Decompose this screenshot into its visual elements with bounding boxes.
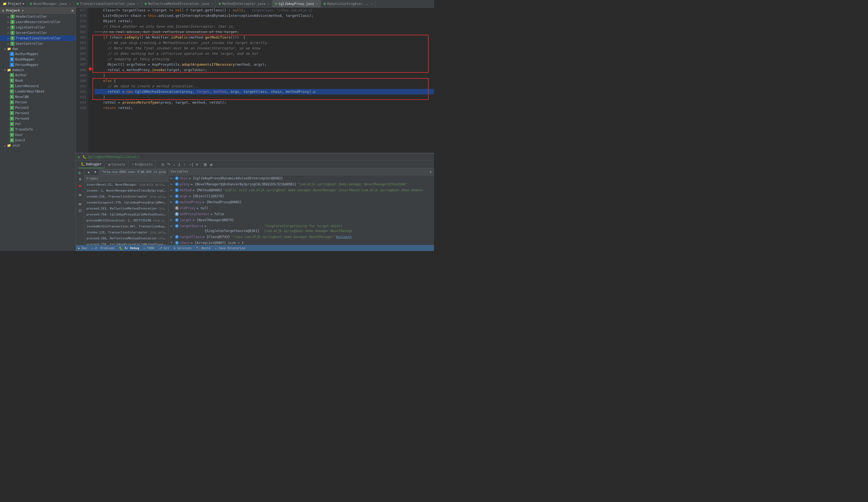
status-services[interactable]: ⚙ Services bbox=[174, 246, 192, 250]
sidebar-item-novel-bo[interactable]: C NovelBO bbox=[0, 94, 76, 100]
var-item-setproxycontext[interactable]: ▶ b setProxyContext = false bbox=[168, 211, 434, 217]
variables-view-btn[interactable]: ≣ bbox=[209, 162, 214, 167]
var-item-targetsource[interactable]: ▶ o targetSource = {SingletonTargetSourc… bbox=[168, 223, 434, 234]
project-label[interactable]: 📁 Project ▼ bbox=[0, 0, 27, 7]
tab-debugger[interactable]: 🐛 Debugger bbox=[78, 160, 105, 168]
status-problems[interactable]: ⚠ 2: Problems bbox=[91, 246, 115, 250]
frame-item-10[interactable]: proceed:186, ReflectiveMethodInvocation … bbox=[84, 236, 168, 242]
status-todo[interactable]: ☑ TODO bbox=[144, 246, 154, 250]
mute-breakpoints-btn[interactable]: ⊗ bbox=[77, 192, 83, 198]
close-icon5[interactable]: ✕ bbox=[316, 2, 318, 5]
var-item-chain[interactable]: ▼ o chain = {ArrayList@9007} size = 1 bbox=[168, 240, 434, 245]
sidebar-item-dao[interactable]: ▼ 📁 dao bbox=[0, 47, 76, 51]
variables-header: Variables + bbox=[168, 168, 434, 175]
step-out-btn[interactable]: ↑ bbox=[183, 162, 187, 167]
sidebar-item-login-controller[interactable]: ▶ C LoginController bbox=[0, 25, 76, 30]
step-into-btn[interactable]: ↓ bbox=[172, 162, 176, 167]
status-git[interactable]: ⎇ Git bbox=[159, 246, 169, 250]
sidebar-item-server-controller[interactable]: ▶ C ServerController bbox=[0, 30, 76, 35]
settings-btn[interactable]: ⚙ bbox=[77, 201, 83, 207]
force-step-into-btn[interactable]: ⇓ bbox=[177, 162, 182, 167]
add-watch-btn[interactable]: + bbox=[430, 170, 432, 174]
var-item-targetclass[interactable]: ▶ o targetClass = {Class@5743} "class co… bbox=[168, 234, 434, 240]
tab-cglib-aop[interactable]: CglibAopProxy.java ✕ bbox=[272, 0, 321, 7]
frame-item-7[interactable]: proceedWithInvocation:-1, 2077735298 (or… bbox=[84, 218, 168, 224]
resume-btn[interactable]: ▶ bbox=[77, 170, 83, 176]
code-lines[interactable]: Class<?> targetClass = (target != null ?… bbox=[93, 8, 434, 153]
var-item-oldproxy[interactable]: ▶ n oldProxy = null bbox=[168, 205, 434, 211]
sidebar-item-transactional-controller[interactable]: ▶ C TransactionalController bbox=[0, 35, 76, 41]
frame-item-8[interactable]: invokeWithinTransaction:367, Transaction… bbox=[84, 224, 168, 229]
up-frame-btn[interactable]: ▲ bbox=[86, 170, 91, 174]
stop-btn[interactable]: ■ bbox=[77, 183, 83, 188]
step-over-btn[interactable]: ↷ bbox=[166, 162, 172, 167]
sidebar-item-loader-heartbeat[interactable]: C LoaderHeartBeat bbox=[0, 89, 76, 94]
sidebar-item-person2[interactable]: C Person2 bbox=[0, 105, 76, 111]
status-java-enterprise[interactable]: ☕ Java Enterprise bbox=[215, 246, 246, 250]
sidebar-item-person3[interactable]: C Person3 bbox=[0, 111, 76, 116]
status-build[interactable]: 🔨 Build bbox=[196, 246, 210, 250]
sidebar-item-learn-resource[interactable]: C LearnResouce bbox=[0, 83, 76, 89]
frames-list[interactable]: insertNovel:31, NovelManager (com.mljk.s… bbox=[84, 182, 168, 245]
sidebar-item-learn-resource-controller[interactable]: ▶ C LearnResourceController bbox=[0, 19, 76, 25]
var-item-method[interactable]: ▶ o method = {Method@8986} "public void … bbox=[168, 187, 434, 193]
frames-view-btn[interactable]: ⊞ bbox=[203, 162, 208, 167]
pause-btn[interactable]: ⏸ bbox=[77, 176, 83, 182]
sidebar-item-person[interactable]: C Person bbox=[0, 100, 76, 105]
frame-item-6[interactable]: proceed:750, CglibAopProxy$CglibMethodIn… bbox=[84, 212, 168, 218]
show-execution-point-btn[interactable]: ⊙ bbox=[160, 162, 165, 167]
sidebar-item-person-mapper[interactable]: I PersonMapper bbox=[0, 62, 76, 68]
sidebar-item-user-controller[interactable]: ▶ C UserController bbox=[0, 41, 76, 47]
sidebar-item-domain[interactable]: ▼ 📁 domain bbox=[0, 68, 76, 72]
frame-item-4[interactable]: invokeJoinpoint:779, CglibAopProxy$Cglib… bbox=[84, 200, 168, 206]
sidebar-item-user2[interactable]: C User2 bbox=[0, 137, 76, 143]
close-session-icon[interactable]: ✕ bbox=[138, 155, 140, 158]
frame-item-1[interactable]: insertNovel:31, NovelManager (com.mljk.s… bbox=[84, 182, 168, 188]
variables-list[interactable]: ▶ o this = {CglibAopProxy$DynamicAdvised… bbox=[168, 175, 434, 245]
frames-dropdown[interactable]: "http-nio-8081-exec-9"@6,842 in group "m… bbox=[99, 169, 167, 174]
navigate-link[interactable]: Navigate bbox=[336, 234, 352, 239]
close-icon6[interactable]: ✕ bbox=[371, 2, 372, 5]
status-run[interactable]: ▶ Run bbox=[78, 246, 87, 250]
sidebar-item-trace-info[interactable]: C TraceInfo bbox=[0, 127, 76, 132]
evaluate-btn[interactable]: ≡ bbox=[195, 162, 199, 167]
status-debug[interactable]: 🐛 5: Debug bbox=[119, 246, 139, 250]
tab-endpoints[interactable]: ⚡ Endpoints bbox=[130, 160, 156, 168]
frame-item-11[interactable]: proceed:750, CglibAopProxy$CglibMethodIn… bbox=[84, 242, 168, 245]
var-item-args[interactable]: ▶ o args = {Object[1]@9278} bbox=[168, 193, 434, 199]
frame-item-3[interactable]: invoke:218, TransactionInterceptor (org.… bbox=[84, 194, 168, 200]
tab-reflective-method[interactable]: ReflectiveMethodInvocation.java ✕ bbox=[142, 0, 216, 7]
tab-console[interactable]: ▤ Console bbox=[106, 160, 128, 168]
sidebar-item-header-controller[interactable]: ▶ C HeaderController bbox=[0, 14, 76, 19]
var-item-proxy[interactable]: ▶ o proxy = {NovelManager$$EnhancerBySpr… bbox=[168, 181, 434, 187]
sidebar-item-author[interactable]: C Author bbox=[0, 72, 76, 78]
sidebar-item-book[interactable]: C Book bbox=[0, 78, 76, 83]
down-frame-btn[interactable]: ▼ bbox=[93, 170, 98, 174]
sidebar-item-pet[interactable]: C Pet bbox=[0, 121, 76, 127]
gear-icon[interactable]: ⚙ bbox=[72, 9, 73, 12]
close-icon[interactable]: ✕ bbox=[69, 2, 71, 5]
close-icon4[interactable]: ✕ bbox=[268, 2, 269, 5]
tab-method-interceptor[interactable]: MethodInterceptor.java ✕ bbox=[216, 0, 272, 7]
tab-novel-manager[interactable]: NovelManager.java ✕ bbox=[27, 0, 74, 7]
var-item-target[interactable]: ▶ o target = {NovelManager@8879} bbox=[168, 217, 434, 223]
var-item-this[interactable]: ▶ o this = {CglibAopProxy$DynamicAdvised… bbox=[168, 175, 434, 181]
frame-item-5[interactable]: proceed:163, ReflectiveMethodInvocation … bbox=[84, 206, 168, 212]
sidebar-item-author-mapper[interactable]: I AuthorMapper bbox=[0, 51, 76, 57]
sidebar-item-book-mapper[interactable]: I BookMapper bbox=[0, 57, 76, 62]
sidebar-item-user[interactable]: C User bbox=[0, 132, 76, 137]
frame-item-9[interactable]: invoke:118, TransactionInterceptor (org.… bbox=[84, 229, 168, 236]
run-to-cursor-btn[interactable]: →| bbox=[187, 162, 194, 167]
var-item-methodproxy[interactable]: ▶ o methodProxy = {MethodProxy@9005} bbox=[168, 199, 434, 205]
close-icon3[interactable]: ✕ bbox=[211, 2, 213, 5]
tab-transactional-controller[interactable]: TransactionalController.java ✕ bbox=[74, 0, 142, 7]
cameras-btn[interactable]: ⊡ bbox=[77, 207, 83, 214]
sidebar-item-init[interactable]: ▶ 📁 init bbox=[0, 143, 76, 148]
tab-mybatis[interactable]: MybatisCachingExec... ✕ bbox=[321, 0, 375, 7]
close-icon2[interactable]: ✕ bbox=[137, 2, 139, 5]
sidebar-item-person4[interactable]: C Person4 bbox=[0, 116, 76, 121]
interface-icon: I bbox=[10, 52, 14, 56]
class-icon5: C bbox=[10, 36, 15, 40]
code-content[interactable]: 677 678 679 680 681 682 683 684 685 686 … bbox=[76, 8, 434, 153]
frame-item-2[interactable]: invoke:-1, NovelManager$$FastClassBySpri… bbox=[84, 188, 168, 194]
